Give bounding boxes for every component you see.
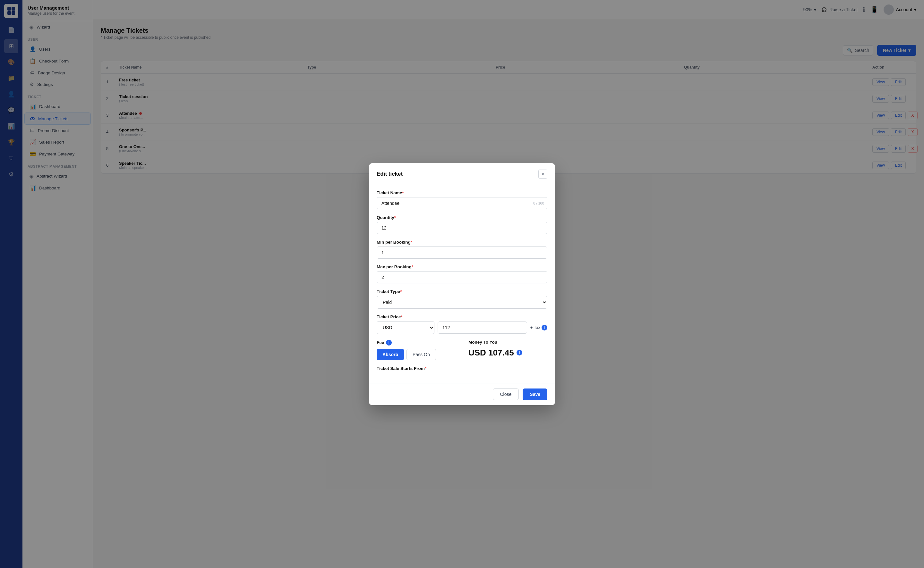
money-section: Money To You USD 107.45 i xyxy=(468,340,547,358)
absorb-button[interactable]: Absorb xyxy=(377,349,404,360)
modal-overlay[interactable]: Edit ticket × Ticket Name* 8 / 100 Quant… xyxy=(0,0,924,568)
money-to-you-label: Money To You xyxy=(468,340,547,344)
ticket-price-group: Ticket Price* USD EUR GBP AUD + Tax i xyxy=(377,314,547,334)
money-info-icon[interactable]: i xyxy=(517,350,522,355)
max-booking-label: Max per Booking* xyxy=(377,264,547,269)
edit-ticket-modal: Edit ticket × Ticket Name* 8 / 100 Quant… xyxy=(369,163,555,405)
modal-close-button[interactable]: × xyxy=(538,169,547,178)
ticket-type-label: Ticket Type* xyxy=(377,289,547,294)
fee-row: Fee i Absorb Pass On Money To You USD 10… xyxy=(377,340,547,360)
modal-title: Edit ticket xyxy=(377,171,403,177)
ticket-name-input[interactable] xyxy=(377,197,547,209)
quantity-label: Quantity* xyxy=(377,215,547,220)
ticket-name-group: Ticket Name* 8 / 100 xyxy=(377,190,547,209)
min-booking-group: Min per Booking* xyxy=(377,240,547,259)
fee-section: Fee i Absorb Pass On xyxy=(377,340,456,360)
price-input[interactable] xyxy=(438,322,527,334)
max-booking-input[interactable] xyxy=(377,271,547,283)
modal-header: Edit ticket × xyxy=(369,163,555,184)
ticket-name-label: Ticket Name* xyxy=(377,190,547,195)
close-icon: × xyxy=(542,172,544,177)
quantity-input[interactable] xyxy=(377,222,547,234)
min-booking-label: Min per Booking* xyxy=(377,240,547,245)
modal-body: Ticket Name* 8 / 100 Quantity* Min per B… xyxy=(369,184,555,383)
tax-info-icon[interactable]: i xyxy=(542,325,547,331)
price-row: USD EUR GBP AUD + Tax i xyxy=(377,321,547,334)
max-booking-group: Max per Booking* xyxy=(377,264,547,283)
sale-starts-label: Ticket Sale Starts From* xyxy=(377,366,547,371)
fee-label: Fee i xyxy=(377,340,456,346)
min-booking-input[interactable] xyxy=(377,246,547,259)
ticket-type-select[interactable]: Free Paid Donation xyxy=(377,296,547,309)
currency-select[interactable]: USD EUR GBP AUD xyxy=(377,321,435,334)
save-button[interactable]: Save xyxy=(523,388,547,400)
char-count: 8 / 100 xyxy=(533,201,544,205)
fee-info-icon[interactable]: i xyxy=(386,340,392,346)
sale-starts-group: Ticket Sale Starts From* xyxy=(377,366,547,371)
close-modal-button[interactable]: Close xyxy=(493,388,519,400)
ticket-price-label: Ticket Price* xyxy=(377,314,547,319)
tax-label: + Tax i xyxy=(530,325,547,331)
ticket-name-input-wrapper: 8 / 100 xyxy=(377,197,547,209)
ticket-type-group: Ticket Type* Free Paid Donation xyxy=(377,289,547,309)
money-to-you-value: USD 107.45 i xyxy=(468,348,547,358)
pass-on-button[interactable]: Pass On xyxy=(406,349,436,360)
quantity-group: Quantity* xyxy=(377,215,547,234)
modal-footer: Close Save xyxy=(369,383,555,405)
